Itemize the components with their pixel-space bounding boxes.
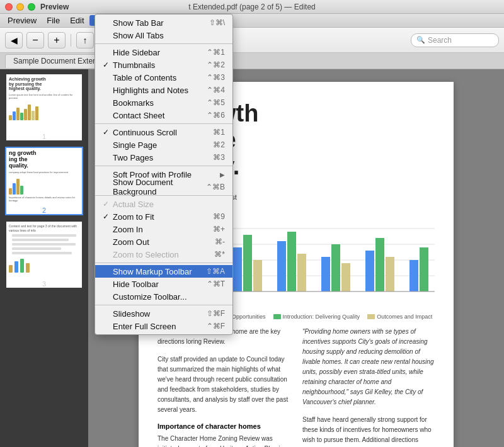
- menu-label-show-doc-bg: Show Document Background: [113, 178, 201, 196]
- menu-separator: [95, 43, 232, 44]
- menu-item-zoom-to-fit[interactable]: ✓Zoom to Fit⌘9: [95, 210, 232, 223]
- menu-label-hide-toolbar: Hide Toolbar: [113, 280, 202, 289]
- menu-checkmark-thumbnails: ✓: [103, 60, 113, 69]
- menu-shortcut-thumbnails: ⌃⌘2: [207, 60, 225, 69]
- menu-shortcut-zoom-to-selection: ⌘*: [214, 250, 225, 259]
- menu-separator: [95, 305, 232, 305]
- menu-label-zoom-to-fit: Zoom to Fit: [113, 212, 208, 222]
- menu-shortcut-slideshow: ⇧⌘F: [207, 309, 225, 318]
- menu-separator: [95, 263, 232, 263]
- menu-shortcut-show-doc-bg: ⌃⌘B: [206, 183, 225, 191]
- menu-item-hide-sidebar[interactable]: Hide Sidebar⌃⌘1: [95, 46, 232, 59]
- menu-item-two-pages[interactable]: Two Pages⌘3: [95, 151, 232, 164]
- menu-item-zoom-in[interactable]: Zoom In⌘+: [95, 223, 232, 235]
- menu-item-show-all-tabs[interactable]: Show All Tabs: [95, 29, 232, 42]
- menu-label-slideshow: Slideshow: [113, 309, 202, 319]
- menu-checkmark-actual-size: ✓: [103, 200, 113, 208]
- menu-shortcut-show-tab-bar: ⇧⌘\: [209, 18, 225, 27]
- menu-label-zoom-out: Zoom Out: [113, 237, 210, 247]
- menu-shortcut-contact-sheet: ⌃⌘6: [207, 111, 225, 120]
- menu-item-show-markup-toolbar[interactable]: Show Markup Toolbar⇧⌘A: [95, 265, 232, 278]
- menu-label-customize-toolbar: Customize Toolbar...: [113, 292, 225, 302]
- menu-label-continuous-scroll: Continuous Scroll: [113, 128, 208, 137]
- menu-item-show-tab-bar[interactable]: Show Tab Bar⇧⌘\: [95, 16, 232, 29]
- menu-item-table-of-contents[interactable]: Table of Contents⌃⌘3: [95, 71, 232, 84]
- menu-shortcut-continuous-scroll: ⌘1: [213, 128, 225, 137]
- menu-shortcut-bookmarks: ⌃⌘5: [207, 98, 225, 107]
- menu-shortcut-show-markup-toolbar: ⇧⌘A: [206, 267, 225, 276]
- menu-label-highlights-notes: Highlights and Notes: [113, 86, 202, 95]
- menu-item-actual-size[interactable]: ✓Actual Size: [95, 198, 232, 210]
- menu-item-zoom-out[interactable]: Zoom Out⌘-: [95, 235, 232, 248]
- menu-separator: [95, 123, 232, 124]
- menu-item-highlights-notes[interactable]: Highlights and Notes⌃⌘4: [95, 84, 232, 96]
- menu-label-contact-sheet: Contact Sheet: [113, 111, 202, 120]
- menu-shortcut-hide-toolbar: ⌃⌘T: [207, 280, 225, 288]
- menu-item-contact-sheet[interactable]: Contact Sheet⌃⌘6: [95, 109, 232, 122]
- menu-shortcut-enter-full-screen: ⌃⌘F: [207, 322, 225, 331]
- menu-checkmark-continuous-scroll: ✓: [103, 128, 113, 137]
- menu-item-thumbnails[interactable]: ✓Thumbnails⌃⌘2: [95, 59, 232, 71]
- menu-shortcut-zoom-in: ⌘+: [213, 225, 225, 234]
- menu-item-bookmarks[interactable]: Bookmarks⌃⌘5: [95, 96, 232, 109]
- menu-shortcut-zoom-to-fit: ⌘9: [213, 212, 225, 221]
- menu-label-single-page: Single Page: [113, 140, 208, 150]
- menu-item-enter-full-screen[interactable]: Enter Full Screen⌃⌘F: [95, 320, 232, 332]
- menu-shortcut-zoom-out: ⌘-: [215, 237, 225, 246]
- dropdown-overlay[interactable]: Show Tab Bar⇧⌘\Show All TabsHide Sidebar…: [0, 0, 504, 447]
- menu-label-two-pages: Two Pages: [113, 153, 208, 162]
- menu-label-bookmarks: Bookmarks: [113, 98, 202, 108]
- menu-label-zoom-to-selection: Zoom to Selection: [113, 250, 209, 259]
- menu-label-show-markup-toolbar: Show Markup Toolbar: [113, 267, 201, 276]
- menu-label-thumbnails: Thumbnails: [113, 60, 202, 70]
- menu-item-zoom-to-selection[interactable]: Zoom to Selection⌘*: [95, 248, 232, 261]
- menu-item-continuous-scroll[interactable]: ✓Continuous Scroll⌘1: [95, 126, 232, 139]
- menu-shortcut-single-page: ⌘2: [213, 140, 225, 149]
- menu-separator: [95, 166, 232, 166]
- menu-label-hide-sidebar: Hide Sidebar: [113, 48, 202, 57]
- menu-label-show-tab-bar: Show Tab Bar: [113, 18, 204, 28]
- menu-arrow-soft-proof: ▶: [220, 171, 225, 178]
- menu-label-table-of-contents: Table of Contents: [113, 73, 202, 82]
- menu-checkmark-zoom-to-fit: ✓: [103, 212, 113, 221]
- menu-shortcut-highlights-notes: ⌃⌘4: [207, 86, 225, 94]
- view-menu-dropdown: Show Tab Bar⇧⌘\Show All TabsHide Sidebar…: [94, 14, 233, 335]
- menu-item-show-doc-bg[interactable]: Show Document Background⌃⌘B: [95, 181, 232, 193]
- menu-shortcut-two-pages: ⌘3: [213, 153, 225, 162]
- menu-label-actual-size: Actual Size: [113, 200, 225, 209]
- menu-item-hide-toolbar[interactable]: Hide Toolbar⌃⌘T: [95, 278, 232, 290]
- menu-item-customize-toolbar[interactable]: Customize Toolbar...: [95, 290, 232, 303]
- menu-label-enter-full-screen: Enter Full Screen: [113, 322, 202, 331]
- menu-shortcut-table-of-contents: ⌃⌘3: [207, 73, 225, 82]
- menu-label-zoom-in: Zoom In: [113, 225, 208, 234]
- menu-shortcut-hide-sidebar: ⌃⌘1: [207, 48, 225, 57]
- menu-item-single-page[interactable]: Single Page⌘2: [95, 139, 232, 151]
- menu-item-slideshow[interactable]: Slideshow⇧⌘F: [95, 307, 232, 320]
- menu-label-show-all-tabs: Show All Tabs: [113, 31, 225, 40]
